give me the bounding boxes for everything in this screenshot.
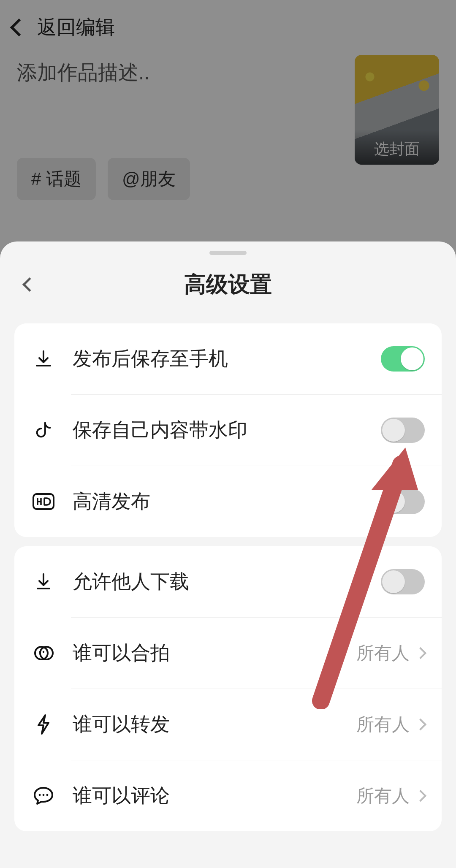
sheet-back-button[interactable] bbox=[19, 274, 40, 295]
toggle-allow-download[interactable] bbox=[381, 569, 425, 594]
row-label: 允许他人下载 bbox=[73, 569, 381, 595]
sheet-title: 高级设置 bbox=[184, 270, 272, 299]
row-value: 所有人 bbox=[356, 784, 410, 808]
row-who-share[interactable]: 谁可以转发 所有人 bbox=[14, 689, 442, 760]
row-who-duet[interactable]: 谁可以合拍 所有人 bbox=[14, 618, 442, 689]
row-allow-download[interactable]: 允许他人下载 bbox=[14, 546, 442, 617]
chevron-right-icon bbox=[415, 790, 426, 802]
douyin-icon bbox=[31, 420, 56, 440]
hd-icon bbox=[31, 493, 56, 510]
toggle-hd-publish[interactable] bbox=[381, 489, 425, 514]
download-simple-icon bbox=[31, 572, 56, 592]
svg-point-5 bbox=[39, 794, 41, 796]
settings-group-1: 发布后保存至手机 保存自己内容带水印 bbox=[14, 323, 442, 537]
lightning-icon bbox=[31, 713, 56, 735]
svg-point-6 bbox=[43, 794, 45, 796]
settings-group-2: 允许他人下载 谁可以合拍 所有人 bbox=[14, 546, 442, 831]
svg-point-4 bbox=[43, 651, 44, 653]
row-label: 谁可以评论 bbox=[73, 783, 356, 809]
row-value: 所有人 bbox=[356, 641, 410, 665]
chevron-right-icon bbox=[415, 719, 426, 730]
svg-point-7 bbox=[46, 794, 49, 796]
toggle-save-to-phone[interactable] bbox=[381, 346, 425, 372]
row-label: 发布后保存至手机 bbox=[73, 346, 381, 372]
comment-icon bbox=[31, 786, 56, 806]
row-watermark[interactable]: 保存自己内容带水印 bbox=[14, 395, 442, 466]
row-save-to-phone[interactable]: 发布后保存至手机 bbox=[14, 323, 442, 394]
row-label: 谁可以转发 bbox=[73, 711, 356, 738]
row-label: 高清发布 bbox=[73, 488, 381, 515]
chevron-right-icon bbox=[415, 647, 426, 659]
chevron-left-icon bbox=[22, 277, 37, 292]
download-icon bbox=[31, 349, 56, 369]
toggle-watermark[interactable] bbox=[381, 418, 425, 443]
duet-icon bbox=[31, 643, 56, 664]
svg-point-3 bbox=[39, 651, 41, 653]
row-value: 所有人 bbox=[356, 713, 410, 736]
advanced-settings-sheet: 高级设置 发布后保存至手机 bbox=[0, 241, 456, 868]
row-who-comment[interactable]: 谁可以评论 所有人 bbox=[14, 760, 442, 831]
row-label: 保存自己内容带水印 bbox=[73, 417, 381, 443]
row-label: 谁可以合拍 bbox=[73, 640, 356, 666]
row-hd-publish[interactable]: 高清发布 bbox=[14, 466, 442, 537]
sheet-grabber[interactable] bbox=[209, 251, 247, 255]
